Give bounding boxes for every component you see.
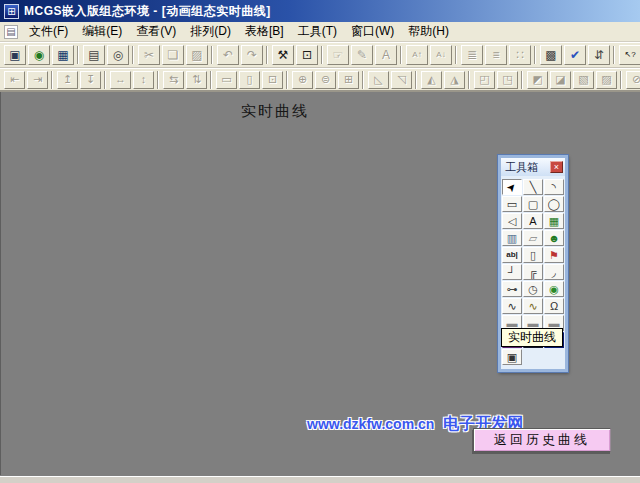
toolbar-arrange: ⇤⇥↥↧↔↕⇆⇅▭▯⊡⊕⊜⊞◺◹◭◮◰◳◩◪▧▨⊘◐∷ [0,68,640,92]
toolbar-separator [611,46,618,64]
bring-to-front-icon[interactable]: ◩ [527,71,548,89]
reset-shape-icon[interactable]: ◳ [497,71,518,89]
snap-grid-icon[interactable]: ∷ [509,45,531,65]
center-window-h-icon[interactable]: ⊕ [292,71,313,89]
menu-items: 文件(F)编辑(E)查看(V)排列(D)表格[B]工具(T)窗口(W)帮助(H) [22,21,456,42]
center-window-v-icon[interactable]: ⊜ [315,71,336,89]
center-horizontal-icon[interactable]: ↔ [110,71,131,89]
pipe-segment-tool[interactable]: ╔ [523,264,543,280]
bitmap-tool[interactable]: ▦ [544,213,564,229]
window-title: MCGS嵌入版组态环境 - [动画组态实时曲线] [24,3,271,20]
elbow-polyline-tool[interactable]: ┘ [502,264,522,280]
toolbar-separator [102,71,109,89]
bring-forward-icon[interactable]: ▧ [573,71,594,89]
properties-icon[interactable]: ▩ [540,45,562,65]
menu-edit[interactable]: 编辑(E) [75,21,129,42]
print-icon[interactable]: ▤ [83,45,105,65]
equal-height-icon[interactable]: ▯ [239,71,260,89]
menu-file[interactable]: 文件(F) [22,21,75,42]
child-window-icon: ▤ [4,25,18,39]
straight-line-tool[interactable]: ╲ [523,179,543,195]
pen-curve-tool[interactable]: ∿ [523,298,543,314]
align-bottom-icon[interactable]: ↧ [80,71,101,89]
send-to-back-icon[interactable]: ◪ [550,71,571,89]
label-display-tool[interactable]: ▯ [523,247,543,263]
undo-icon[interactable]: ↶ [217,45,239,65]
menu-tools[interactable]: 工具(T) [291,21,344,42]
label-tool-icon[interactable]: A [375,45,397,65]
menu-view[interactable]: 查看(V) [129,21,183,42]
history-curve-button[interactable]: 返回历史曲线 [473,428,611,452]
trend-curve-tool[interactable]: ∿ [502,298,522,314]
expand-window-icon[interactable]: ⊡ [296,45,318,65]
combo-box-tool[interactable]: ⚑ [544,247,564,263]
equal-size-icon[interactable]: ⊡ [262,71,283,89]
script-order-icon[interactable]: ⇵ [588,45,610,65]
ellipse-tool[interactable]: ◯ [544,196,564,212]
flip-horizontal-icon[interactable]: ◭ [421,71,442,89]
save-icon[interactable]: ▦ [52,45,74,65]
equal-h-space-icon[interactable]: ⇆ [163,71,184,89]
menu-window[interactable]: 窗口(W) [344,21,401,42]
send-backward-icon[interactable]: ▨ [596,71,617,89]
center-vertical-icon[interactable]: ↕ [133,71,154,89]
animation-display-tool[interactable]: ☻ [544,230,564,246]
toolbar-arrange-icons: ⇤⇥↥↧↔↕⇆⇅▭▯⊡⊕⊜⊞◺◹◭◮◰◳◩◪▧▨⊘◐∷ [3,71,640,89]
arc-segment-tool[interactable]: ◞ [544,264,564,280]
toolbox-titlebar[interactable]: 工具箱 × [501,158,565,176]
brush-tool-icon[interactable]: ✎ [351,45,373,65]
open-project-icon[interactable]: ◉ [28,45,50,65]
context-help-icon[interactable]: ↖? [619,45,640,65]
copy-icon[interactable]: ❏ [162,45,184,65]
close-icon[interactable]: × [550,161,563,173]
workbench-tools-icon[interactable]: ⚒ [272,45,294,65]
font-shrink-icon[interactable]: A↓ [430,45,452,65]
select-tool[interactable]: ➤ [502,179,522,195]
rectangle-tool[interactable]: ▭ [502,196,522,212]
text-label-tool[interactable]: A [523,213,543,229]
flip-vertical-icon[interactable]: ◮ [444,71,465,89]
device-component-tool[interactable]: ▱ [523,230,543,246]
toolbar-separator [264,46,271,64]
canvas-title-text[interactable]: 实时曲线 [241,102,309,121]
hand-tool-icon[interactable]: ☞ [327,45,349,65]
window-frame-tool[interactable]: ▣ [502,349,522,365]
print-preview-icon[interactable]: ◎ [107,45,129,65]
rotate-right-icon[interactable]: ◹ [391,71,412,89]
center-in-window-icon[interactable]: ⊞ [338,71,359,89]
new-project-icon[interactable]: ▣ [4,45,26,65]
input-box-tool[interactable]: ab| [502,247,522,263]
menu-help[interactable]: 帮助(H) [401,21,456,42]
equal-v-space-icon[interactable]: ⇅ [186,71,207,89]
menu-bar: ▤ 文件(F)编辑(E)查看(V)排列(D)表格[B]工具(T)窗口(W)帮助(… [0,22,640,42]
gauge-dial-tool[interactable]: ◷ [523,281,543,297]
toolbar-main: ▣◉▦▤◎✂❏▨↶↷⚒⊡☞✎AA↑A↓≣≡∷▩✔⇵↖? 100% ▼ 中A Ch… [0,42,640,68]
standard-button-tool[interactable]: ▥ [502,230,522,246]
align-text-left-icon[interactable]: ≣ [461,45,483,65]
rounded-rectangle-tool[interactable]: ▢ [523,196,543,212]
rotate-left-icon[interactable]: ◺ [368,71,389,89]
arc-tool[interactable]: ◝ [544,179,564,195]
indicator-lamp-tool[interactable]: ◉ [544,281,564,297]
align-right-icon[interactable]: ⇥ [27,71,48,89]
equal-width-icon[interactable]: ▭ [216,71,237,89]
tooltip: 实时曲线 [501,328,563,347]
align-text-center-icon[interactable]: ≡ [485,45,507,65]
convert-polyline-icon[interactable]: ◰ [474,71,495,89]
toolbar-separator [398,46,405,64]
align-top-icon[interactable]: ↥ [57,71,78,89]
polygon-tool[interactable]: ◁ [502,213,522,229]
align-left-icon[interactable]: ⇤ [4,71,25,89]
redo-icon[interactable]: ↷ [241,45,263,65]
syntax-check-icon[interactable]: ✔ [564,45,586,65]
cut-icon[interactable]: ✂ [138,45,160,65]
title-bar[interactable]: ⊞ MCGS嵌入版组态环境 - [动画组态实时曲线] [0,0,640,22]
menu-table[interactable]: 表格[B] [238,21,291,42]
slider-tool[interactable]: ⊶ [502,281,522,297]
menu-arrange[interactable]: 排列(D) [183,21,238,42]
alarm-display-tool[interactable]: Ω [544,298,564,314]
toolbar-separator [453,46,460,64]
paste-icon[interactable]: ▨ [186,45,208,65]
font-grow-icon[interactable]: A↑ [406,45,428,65]
lock-object-icon[interactable]: ⊘ [626,71,640,89]
